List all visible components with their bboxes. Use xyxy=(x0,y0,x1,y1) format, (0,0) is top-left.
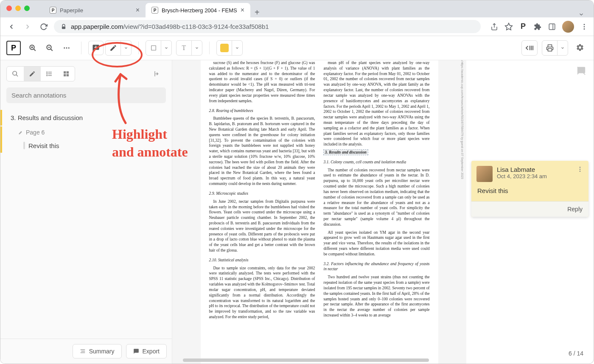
print-button[interactable] xyxy=(542,41,558,55)
annotation-section-header[interactable]: 3. Results and discussion xyxy=(0,110,172,126)
sidebar-collapse-button[interactable] xyxy=(149,67,166,81)
sidebar-thumbnails-tab[interactable] xyxy=(58,67,75,81)
summary-label: Summary xyxy=(89,348,115,355)
pdf-page: sucrose (S) and the hexoses fructose (F)… xyxy=(201,60,438,364)
annotation-page-label[interactable]: Page 6 xyxy=(0,126,172,138)
browser-nav-bar: app.paperpile.com/view/?id=03ad498b-c118… xyxy=(0,17,594,36)
zoom-out-button[interactable] xyxy=(42,41,57,55)
annotation-item-text: Revisit this xyxy=(28,142,59,149)
browser-tabs-bar: P Paperpile × P Brysch-Herzberg 2004 - F… xyxy=(0,0,594,17)
window-minimize[interactable] xyxy=(15,6,21,11)
shape-dropdown[interactable] xyxy=(161,41,171,55)
window-maximize[interactable] xyxy=(24,6,30,11)
tab-favicon: P xyxy=(151,7,158,14)
pdf-highlighted-heading[interactable]: 3. Results and discussion xyxy=(324,150,368,155)
app-logo[interactable]: P xyxy=(6,41,21,55)
comment-body: Revisit this xyxy=(471,187,588,201)
svg-marker-2 xyxy=(505,23,513,30)
more-options-button[interactable] xyxy=(59,41,74,55)
pdf-heading: 2.8. Rearing of bumblebees xyxy=(209,108,315,114)
comment-menu-icon[interactable] xyxy=(577,166,583,173)
export-label: Export xyxy=(143,348,160,355)
page-counter: 6 / 14 xyxy=(569,350,583,357)
sidebar-search-tab[interactable] xyxy=(7,67,24,81)
settings-button[interactable] xyxy=(572,40,588,55)
tab-close-icon[interactable]: × xyxy=(241,6,244,14)
svg-point-30 xyxy=(47,75,47,76)
comment-avatar xyxy=(476,166,493,182)
hide-comments-icon[interactable] xyxy=(577,66,586,76)
tab-title: Brysch-Herzberg 2004 - FEMS xyxy=(162,7,237,14)
pdf-text: Bumblebee queens of the species B. terre… xyxy=(209,116,315,187)
tab-title: Paperpile xyxy=(60,7,83,14)
comment-tool-button[interactable] xyxy=(88,41,104,55)
pdf-heading: 2.10. Statistical analysis xyxy=(209,258,315,263)
horizontal-scrollbar[interactable] xyxy=(179,358,462,362)
browser-menu-icon[interactable] xyxy=(580,22,588,31)
app-toolbar: P xyxy=(0,36,594,60)
back-to-library-button[interactable] xyxy=(522,41,537,55)
annotations-sidebar: 3. Results and discussion Page 6 Revisit… xyxy=(0,60,172,364)
pdf-heading: 2.9. Microscopic studies xyxy=(209,191,315,196)
side-panel-icon[interactable] xyxy=(548,22,556,31)
svg-rect-22 xyxy=(548,49,552,51)
svg-point-16 xyxy=(66,48,67,49)
pdf-text: The number of colonies recovered from ne… xyxy=(324,168,430,227)
text-dropdown[interactable] xyxy=(192,41,202,55)
browser-tab-paperpile[interactable]: P Paperpile × xyxy=(44,3,146,17)
page-label-text: Page 6 xyxy=(26,129,45,136)
bookmark-star-icon[interactable] xyxy=(504,22,513,31)
svg-rect-18 xyxy=(151,46,156,50)
svg-point-6 xyxy=(584,26,585,27)
color-dropdown[interactable] xyxy=(232,41,242,55)
svg-rect-0 xyxy=(62,26,65,29)
nav-reload-button[interactable] xyxy=(38,21,50,33)
svg-point-5 xyxy=(584,24,585,25)
new-tab-button[interactable]: + xyxy=(250,8,264,17)
extensions-icon[interactable] xyxy=(533,22,542,31)
svg-point-23 xyxy=(13,71,17,75)
pdf-text: Due to sample size constraints, only dat… xyxy=(209,266,315,320)
zoom-in-button[interactable] xyxy=(25,41,40,55)
comment-card[interactable]: Lisa Labmate Oct 4, 2023 2:34 am Revisit… xyxy=(471,161,588,217)
pdf-text: mean pH of the plant species were analyz… xyxy=(324,60,430,147)
url-bar[interactable]: app.paperpile.com/view/?id=03ad498b-c118… xyxy=(54,20,481,33)
svg-point-29 xyxy=(47,73,47,74)
svg-rect-3 xyxy=(549,24,555,30)
tab-overflow-icon[interactable] xyxy=(574,11,588,17)
search-annotations-input[interactable] xyxy=(6,87,166,103)
print-dropdown[interactable] xyxy=(558,41,568,55)
annotation-item[interactable]: Revisit this xyxy=(0,138,172,153)
summary-button[interactable]: Summary xyxy=(73,344,122,358)
tab-favicon: P xyxy=(50,7,56,14)
highlighter-dropdown[interactable] xyxy=(121,41,131,55)
share-icon[interactable] xyxy=(490,22,499,31)
shape-tool-button[interactable] xyxy=(146,41,161,55)
export-button[interactable]: Export xyxy=(126,344,167,358)
text-tool-button[interactable]: T xyxy=(177,41,192,55)
paperpile-extension-icon[interactable]: P xyxy=(519,22,527,31)
sidebar-outline-tab[interactable] xyxy=(41,67,58,81)
nav-back-button[interactable] xyxy=(6,21,17,33)
sidebar-annotations-tab[interactable] xyxy=(24,67,41,81)
color-picker-button[interactable] xyxy=(217,41,232,55)
lock-icon xyxy=(61,24,67,30)
svg-line-24 xyxy=(16,75,18,76)
comment-reply-button[interactable]: Reply xyxy=(471,201,588,217)
tab-close-icon[interactable]: × xyxy=(136,6,140,14)
browser-tab-document[interactable]: P Brysch-Herzberg 2004 - FEMS × xyxy=(146,3,250,17)
window-close[interactable] xyxy=(6,6,12,11)
svg-rect-34 xyxy=(67,74,69,76)
svg-point-15 xyxy=(64,48,65,49)
pdf-watermark: Downloaded from https://academic.oup.com… xyxy=(461,60,464,179)
svg-line-13 xyxy=(50,49,53,51)
pdf-heading: 3.1. Colony counts, cell counts and isol… xyxy=(324,160,430,165)
pdf-text: All yeast species isolated on YM agar in… xyxy=(324,230,430,257)
svg-rect-33 xyxy=(64,74,66,76)
highlighter-tool-button[interactable] xyxy=(106,41,121,55)
nav-forward-button[interactable] xyxy=(22,21,34,33)
svg-rect-32 xyxy=(67,71,69,73)
svg-line-9 xyxy=(34,49,36,51)
profile-avatar[interactable] xyxy=(562,21,574,33)
pdf-viewer[interactable]: sucrose (S) and the hexoses fructose (F)… xyxy=(172,60,466,364)
